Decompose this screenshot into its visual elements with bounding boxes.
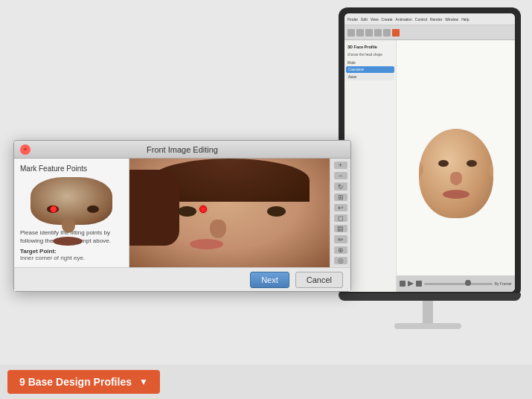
gender-label: Male [347, 60, 393, 65]
bottom-bar: 9 Base Design Profiles ▼ [0, 365, 532, 399]
head-eye-left [438, 160, 449, 167]
dialog-left-panel: Mark Feature Points Please identify the … [14, 159, 129, 267]
center-feature-point-marker [199, 205, 207, 213]
head-ear-right [489, 162, 493, 177]
monitor-chin [339, 293, 521, 301]
toolbar-icon-5[interactable] [383, 29, 391, 36]
option-caucasian[interactable]: Caucasian [346, 66, 394, 73]
menu-item-edit[interactable]: Edit [361, 17, 368, 22]
monitor-stand-neck [423, 301, 433, 323]
profile-panel-title: 3D Face Profile [346, 43, 394, 51]
tool-undo[interactable]: ↩ [334, 204, 347, 211]
tool-fit[interactable]: ⊞ [334, 194, 347, 201]
menu-item-finder[interactable]: Finder [347, 17, 358, 22]
app-menubar: Finder Edit View Create Animation Contro… [344, 13, 515, 25]
feature-point-marker [50, 205, 57, 213]
head-3d-model [419, 129, 493, 218]
face-profile-panel: 3D Face Profile choose the head shape Ma… [344, 40, 515, 292]
menu-item-view[interactable]: View [371, 17, 379, 22]
target-label: Target Point: [20, 248, 123, 255]
option-asian[interactable]: Asian [346, 74, 394, 80]
dialog-window: × Front Image Editing Mark Feature Point… [13, 140, 351, 292]
tool-pencil[interactable]: ✏ [334, 235, 347, 243]
timeline-bar: By Framer [397, 275, 515, 292]
head-eye-right [467, 160, 477, 167]
toolbar-icon-2[interactable] [356, 29, 364, 36]
toolbar-icon-6[interactable] [392, 29, 400, 36]
monitor-stand-base [394, 323, 461, 329]
dialog-center-panel [129, 159, 330, 267]
playback-forward[interactable] [416, 281, 422, 287]
toolbar-icon-1[interactable] [347, 29, 355, 36]
face-center-image [129, 159, 330, 267]
menu-item-animation[interactable]: Animation [396, 17, 412, 22]
tool-zoom-in[interactable]: + [334, 162, 347, 169]
preview-nose [62, 218, 75, 233]
head-ear-left [419, 162, 423, 177]
profile-panel-subtitle: choose the head shape [346, 52, 394, 57]
menu-item-create[interactable]: Create [382, 17, 393, 22]
next-button[interactable]: Next [250, 272, 289, 288]
head-nose [450, 172, 462, 185]
head-shape [419, 129, 493, 218]
head-lips [443, 190, 469, 199]
preview-lips [53, 237, 83, 246]
dialog-right-toolbar: + − ↻ ⊞ ↩ ◻ ▤ ✏ ⊕ ◎ [330, 159, 350, 267]
dialog-footer: Next Cancel [14, 267, 350, 291]
monitor-screen: Finder Edit View Create Animation Contro… [344, 13, 515, 292]
tool-grid[interactable]: ▤ [334, 225, 347, 232]
mark-points-title: Mark Feature Points [20, 165, 123, 173]
menu-item-render[interactable]: Render [430, 17, 442, 22]
menu-item-control[interactable]: Control [415, 17, 427, 22]
profiles-button-arrow: ▼ [139, 377, 148, 387]
monitor: Finder Edit View Create Animation Contro… [324, 0, 532, 342]
dialog-titlebar: × Front Image Editing [14, 141, 350, 159]
dialog-title: Front Image Editing [31, 145, 334, 154]
tool-circle[interactable]: ◎ [334, 257, 347, 264]
menu-item-window[interactable]: Window [445, 17, 458, 22]
center-eye-right [267, 206, 286, 217]
dialog-body: Mark Feature Points Please identify the … [14, 159, 350, 267]
menu-item-help[interactable]: Help [461, 17, 469, 22]
center-eye-left [178, 206, 196, 217]
timeline-slider[interactable] [424, 283, 493, 285]
face-3d-view: By Framer [397, 40, 515, 292]
cancel-button[interactable]: Cancel [295, 272, 343, 288]
tool-rectangle[interactable]: ◻ [334, 214, 347, 222]
face-preview-image [31, 177, 112, 225]
dialog-close-button[interactable]: × [20, 144, 31, 155]
face-preview-thumbnail [31, 177, 112, 225]
by-framer-label: By Framer [495, 281, 512, 286]
preview-eye-right [87, 205, 99, 213]
profiles-button[interactable]: 9 Base Design Profiles ▼ [7, 370, 160, 394]
tool-rotate[interactable]: ↻ [334, 182, 347, 190]
toolbar-icon-3[interactable] [365, 29, 373, 36]
app-toolbar [344, 25, 515, 40]
center-nose [210, 220, 226, 238]
profiles-button-label: 9 Base Design Profiles [19, 376, 132, 388]
toolbar-icon-4[interactable] [374, 29, 382, 36]
playback-rewind[interactable] [400, 281, 406, 287]
tool-zoom-out[interactable]: − [334, 172, 347, 179]
target-description: Inner corner of right eye. [20, 255, 123, 261]
timeline-handle[interactable] [465, 280, 471, 286]
monitor-frame: Finder Edit View Create Animation Contro… [339, 7, 521, 298]
tool-add[interactable]: ⊕ [334, 246, 347, 254]
face-hair-left [129, 170, 179, 246]
face-profile-sidebar: 3D Face Profile choose the head shape Ma… [344, 40, 397, 292]
center-lips [190, 239, 223, 249]
playback-play[interactable] [408, 281, 414, 287]
